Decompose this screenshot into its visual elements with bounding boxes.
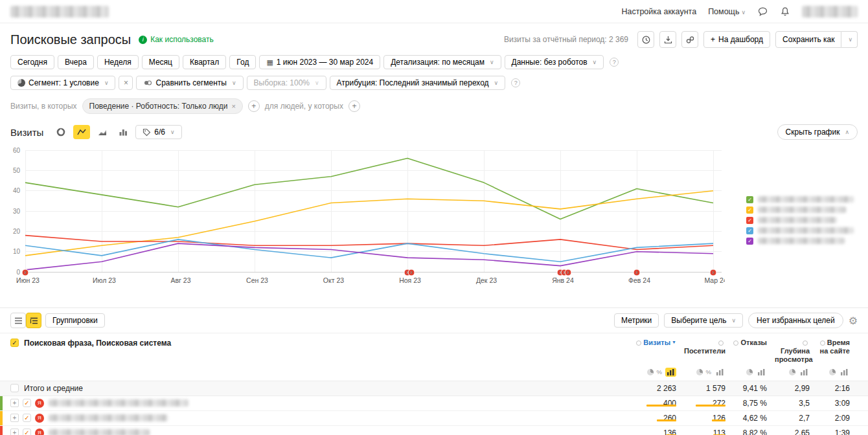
pie-view-icon[interactable] — [746, 369, 753, 375]
table-row[interactable]: +✓Я4002728,75 %3,53:09 — [0, 396, 868, 411]
percent-view-icon[interactable]: % — [657, 368, 662, 375]
metrics-button[interactable]: Метрики — [614, 313, 659, 328]
bars-view-icon[interactable] — [839, 368, 850, 377]
chart-type-columns-button[interactable] — [115, 125, 131, 139]
widgets-icon-button[interactable] — [681, 31, 698, 48]
table-row[interactable]: +✓Я2601264,62 %2,72:09 — [0, 411, 868, 426]
preset-month[interactable]: Месяц — [142, 55, 179, 69]
metrics-count-dropdown[interactable]: 6/6∨ — [135, 125, 181, 139]
export-icon-button[interactable] — [659, 31, 676, 48]
clear-segment-button[interactable]: × — [119, 76, 133, 90]
chart-type-line-button[interactable] — [73, 125, 90, 139]
sampling-dropdown[interactable]: Выборка: 100%∨ — [247, 76, 326, 90]
preset-week[interactable]: Неделя — [97, 55, 139, 69]
account-settings-link[interactable]: Настройка аккаунта — [621, 7, 696, 16]
close-icon[interactable]: × — [231, 102, 235, 110]
column-header-visitors[interactable]: Посетители — [684, 339, 733, 355]
help-circle-icon[interactable]: ? — [511, 78, 520, 87]
row-checkbox[interactable]: ✓ — [23, 399, 31, 407]
totals-visitors: 1 579 — [706, 384, 725, 393]
row-checkbox[interactable]: ✓ — [23, 429, 31, 435]
legend-checkbox[interactable]: ✓ — [746, 196, 753, 203]
detail-dropdown[interactable]: Детализация: по месяцам∨ — [383, 55, 501, 69]
robots-filter-chip[interactable]: Поведение · Роботность: Только люди× — [82, 98, 243, 114]
cell-visitors: 272 — [684, 398, 733, 408]
data-mode-dropdown[interactable]: Данные: без роботов∨ — [505, 55, 604, 69]
chart-marker-icon[interactable]: › — [710, 269, 716, 276]
help-circle-icon[interactable]: ? — [610, 58, 619, 67]
attribution-dropdown[interactable]: Атрибуция: Последний значимый переход∨ — [330, 76, 506, 90]
svg-text:40: 40 — [13, 187, 21, 194]
expand-row-button[interactable]: + — [10, 429, 19, 435]
add-visit-condition-button[interactable]: + — [248, 100, 260, 112]
tree-view-button[interactable] — [26, 313, 41, 328]
add-people-condition-button[interactable]: + — [348, 100, 360, 112]
bars-icon — [841, 369, 848, 375]
preset-quarter[interactable]: Квартал — [183, 55, 226, 69]
hide-chart-button[interactable]: Скрыть график∧ — [777, 124, 858, 140]
legend-checkbox[interactable]: ✓ — [746, 206, 753, 214]
bars-view-icon[interactable] — [799, 368, 810, 377]
preset-today[interactable]: Сегодня — [10, 55, 54, 69]
list-view-button[interactable] — [10, 313, 26, 328]
row-checkbox[interactable]: ✓ — [23, 414, 31, 422]
column-header-time[interactable]: Время на сайте — [817, 339, 858, 355]
chat-icon[interactable] — [757, 6, 768, 17]
legend-item[interactable]: ✓ — [746, 215, 856, 225]
legend-checkbox[interactable]: ✓ — [746, 238, 753, 245]
legend-item[interactable]: ✓ — [746, 205, 856, 215]
choose-goal-dropdown[interactable]: Выберите цель∨ — [664, 313, 743, 328]
compare-segments-dropdown[interactable]: Сравнить сегменты∨ — [136, 76, 243, 90]
column-header-bounce[interactable]: Отказы — [733, 339, 775, 347]
legend-item[interactable]: ✓ — [746, 194, 856, 205]
account-name-blurred[interactable] — [802, 6, 858, 17]
groupings-button[interactable]: Группировки — [45, 313, 105, 328]
search-phrase-blurred — [49, 429, 150, 435]
chart-type-area-button[interactable] — [94, 125, 111, 139]
segment-dropdown[interactable]: Сегмент: 1 условие∨ — [10, 76, 115, 90]
no-goals-pill[interactable]: Нет избранных целей — [748, 313, 843, 328]
percent-view-icon[interactable]: % — [706, 368, 711, 375]
metrica-logo-blurred[interactable] — [10, 6, 109, 17]
visits-line-chart[interactable]: 0102030405060Июн 23Июл 23Авг 23Сен 23Окт… — [9, 145, 725, 290]
chart-type-donut-button[interactable] — [52, 125, 69, 139]
date-range-button[interactable]: ▦1 июн 2023 — 30 мар 2024 — [259, 55, 380, 69]
legend-checkbox[interactable]: ✓ — [746, 227, 753, 234]
table-row[interactable]: +✓Я1361138,82 %2,651:39 — [0, 426, 868, 435]
to-dashboard-button[interactable]: +На дашборд — [703, 31, 770, 48]
preset-year[interactable]: Год — [229, 55, 256, 69]
select-all-checkbox[interactable]: ✓ — [10, 339, 19, 347]
preset-yesterday[interactable]: Вчера — [58, 55, 94, 69]
totals-checkbox[interactable] — [10, 384, 19, 392]
chart-area: 0102030405060Июн 23Июл 23Авг 23Сен 23Окт… — [0, 144, 868, 298]
gear-icon[interactable]: ⚙ — [849, 315, 858, 327]
expand-row-button[interactable]: + — [10, 414, 19, 422]
bars-view-icon[interactable] — [714, 368, 725, 377]
expand-row-button[interactable]: + — [10, 399, 19, 407]
chart-series[interactable] — [25, 159, 713, 219]
history-icon-button[interactable] — [637, 31, 654, 48]
column-header-visits[interactable]: Визиты▼ — [622, 339, 684, 347]
chevron-down-icon: ∨ — [494, 80, 499, 86]
bell-icon[interactable] — [780, 6, 790, 17]
legend-item[interactable]: ✓ — [746, 225, 856, 236]
column-header-depth[interactable]: Глубина просмотра — [775, 339, 817, 364]
bars-view-icon-selected[interactable] — [665, 368, 676, 377]
compare-label: Сравнить сегменты — [155, 78, 227, 87]
cell-bounce: 8,75 % — [733, 398, 775, 408]
pie-view-icon[interactable] — [789, 369, 795, 375]
bars-view-icon[interactable] — [756, 368, 767, 377]
save-as-dropdown-button[interactable]: ∨ — [841, 31, 858, 48]
pie-view-icon[interactable] — [647, 369, 654, 375]
save-as-button[interactable]: Сохранить как — [775, 31, 841, 48]
chart-marker-icon[interactable]: › — [634, 269, 640, 276]
totals-row: Итого и средние 2 263 1 579 9,41 % 2,99 … — [0, 381, 868, 396]
pie-view-icon[interactable] — [696, 369, 703, 375]
how-to-use-link[interactable]: i Как использовать — [139, 35, 214, 44]
help-menu[interactable]: Помощь∨ — [708, 7, 746, 16]
svg-text:10: 10 — [13, 248, 21, 255]
pie-view-icon[interactable] — [829, 369, 836, 375]
legend-checkbox[interactable]: ✓ — [746, 217, 753, 224]
chart-series[interactable] — [25, 243, 713, 270]
legend-item[interactable]: ✓ — [746, 236, 856, 246]
